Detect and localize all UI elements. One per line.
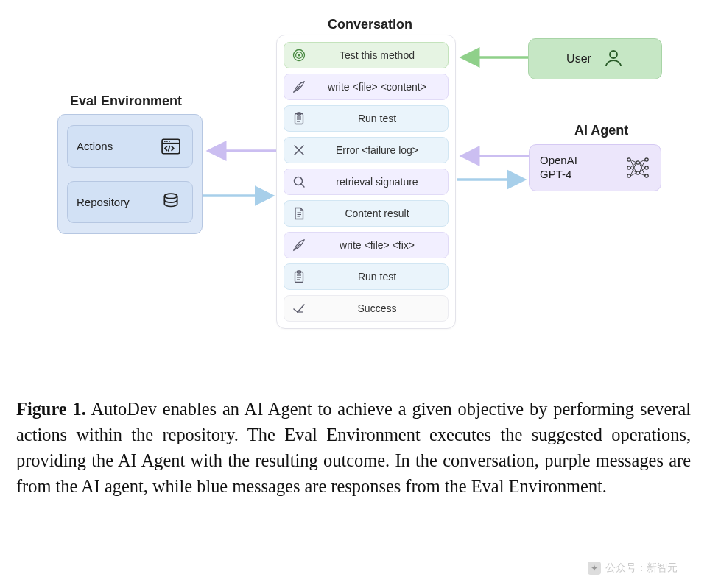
user-label: User xyxy=(566,52,591,65)
conversation-title: Conversation xyxy=(328,17,412,32)
eval-item-label: Actions xyxy=(77,140,151,152)
user-box: User xyxy=(528,38,662,79)
conversation-row-text: Run test xyxy=(314,113,440,124)
conversation-panel: Test this methodwrite <file> <content>Ru… xyxy=(276,35,456,329)
database-icon xyxy=(158,189,183,214)
ai-agent-title: AI Agent xyxy=(574,123,628,138)
eval-item-actions: Actions xyxy=(67,125,193,168)
code-window-icon xyxy=(158,134,183,159)
ai-agent-box: OpenAI GPT-4 xyxy=(529,144,661,191)
document-icon xyxy=(292,206,306,221)
conversation-row-text: Success xyxy=(314,302,440,314)
conversation-row: Error <failure log> xyxy=(284,137,449,163)
figure-label: Figure 1. xyxy=(16,399,86,419)
user-icon xyxy=(603,49,624,69)
conversation-row-text: write <file> <content> xyxy=(314,81,440,93)
check-icon xyxy=(292,301,306,316)
conversation-row-text: write <file> <fix> xyxy=(314,239,440,251)
figure-caption: Figure 1. AutoDev enables an AI Agent to… xyxy=(16,396,691,500)
ai-agent-label: OpenAI GPT-4 xyxy=(540,154,616,182)
conversation-row-text: Test this method xyxy=(314,49,440,61)
eval-environment-title: Eval Environment xyxy=(70,93,182,109)
clipboard-icon xyxy=(292,269,306,284)
conversation-row: write <file> <fix> xyxy=(284,232,449,258)
quill-icon xyxy=(292,238,306,252)
conversation-row-text: Run test xyxy=(314,271,440,283)
x-icon xyxy=(292,143,306,157)
conversation-row-text: Error <failure log> xyxy=(314,144,440,156)
diagram-canvas: Eval Environment Conversation AI Agent A… xyxy=(0,0,707,383)
eval-environment-panel: Actions Repository xyxy=(57,114,203,234)
figure-caption-text: AutoDev enables an AI Agent to achieve a… xyxy=(16,399,691,496)
conversation-row: retrieval signature xyxy=(284,169,449,195)
wechat-icon: ✦ xyxy=(588,562,601,575)
eval-item-label: Repository xyxy=(77,196,151,208)
clipboard-icon xyxy=(292,111,306,126)
eval-item-repository: Repository xyxy=(67,181,193,224)
conversation-row-text: Content result xyxy=(314,208,440,219)
watermark-text: 公众号：新智元 xyxy=(605,562,678,575)
neural-network-icon xyxy=(625,155,650,180)
target-icon xyxy=(292,48,306,63)
conversation-row-text: retrieval signature xyxy=(314,176,440,188)
conversation-row: Content result xyxy=(284,200,449,227)
conversation-row: Run test xyxy=(284,263,449,290)
search-icon xyxy=(292,174,306,189)
watermark: ✦ 公众号：新智元 xyxy=(588,562,678,575)
conversation-row: Success xyxy=(284,295,449,322)
conversation-row: write <file> <content> xyxy=(284,74,449,100)
conversation-row: Run test xyxy=(284,105,449,132)
conversation-row: Test this method xyxy=(284,42,449,68)
quill-icon xyxy=(292,79,306,94)
